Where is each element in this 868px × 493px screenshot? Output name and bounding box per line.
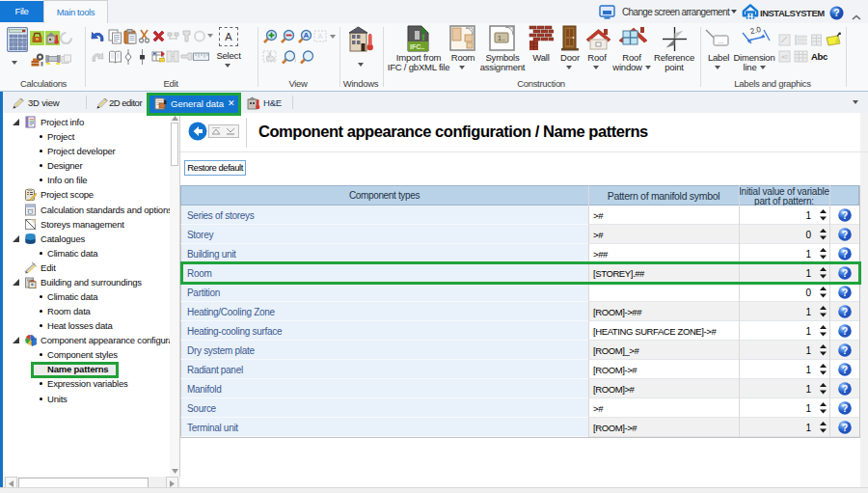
- svg-text:?: ?: [833, 8, 839, 18]
- svg-text:?: ?: [842, 423, 848, 433]
- svg-text:IFC..: IFC..: [410, 43, 424, 50]
- svg-text:?: ?: [842, 403, 848, 414]
- svg-text:...: ...: [719, 38, 724, 44]
- svg-text:?: ?: [842, 288, 848, 298]
- svg-text:2.0: 2.0: [749, 25, 762, 36]
- svg-text:1..: 1..: [498, 35, 505, 41]
- svg-text:?: ?: [842, 230, 848, 240]
- svg-text:?: ?: [842, 249, 848, 260]
- svg-text:#2: #2: [781, 54, 788, 60]
- svg-text:A: A: [318, 33, 323, 40]
- svg-text:?: ?: [842, 365, 848, 375]
- svg-text:?: ?: [842, 345, 848, 356]
- svg-text:A: A: [304, 31, 310, 40]
- svg-text:?: ?: [842, 210, 848, 221]
- svg-text:?: ?: [842, 384, 848, 395]
- svg-text:?: ?: [842, 326, 848, 337]
- svg-text:?: ?: [842, 307, 848, 317]
